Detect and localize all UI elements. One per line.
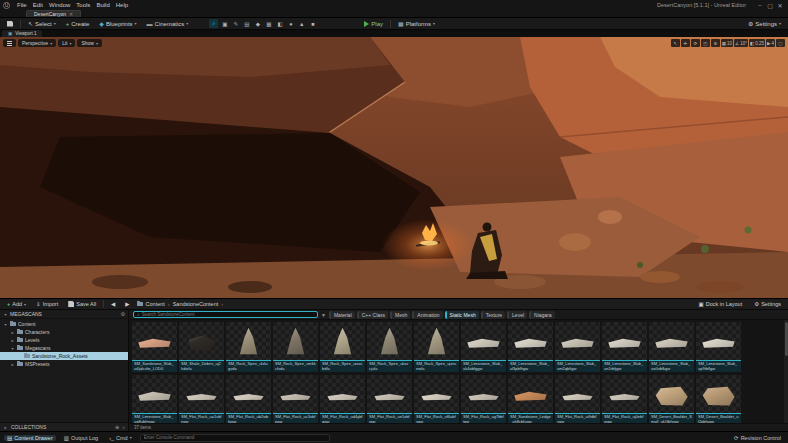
menu-tools[interactable]: Tools	[73, 2, 93, 8]
grid-scrollbar[interactable]	[784, 320, 788, 423]
asset-tile[interactable]: SM_Sandstone_Slab_ui0jdcvfw_LOD0	[132, 322, 177, 372]
menu-help[interactable]: Help	[113, 2, 131, 8]
maximize-viewport-icon[interactable]: ▢	[776, 39, 785, 47]
revision-control-button[interactable]: ⟳ Revision Control	[731, 435, 784, 441]
console-input-box[interactable]	[140, 434, 330, 442]
world-space-icon[interactable]: ⊕	[711, 39, 720, 47]
platforms-dropdown[interactable]: ▦ Platforms ▾	[395, 19, 438, 28]
viewport-options-menu[interactable]	[3, 39, 16, 47]
menu-file[interactable]: File	[14, 2, 30, 8]
show-dropdown[interactable]: Show ▾	[77, 39, 102, 47]
toolbar-tool-icon-4[interactable]: ◆	[253, 19, 262, 28]
content-browser-settings-button[interactable]: ⚙ Settings	[751, 301, 784, 307]
rotation-snap-icon[interactable]: ∠10°	[734, 39, 748, 47]
blueprints-dropdown[interactable]: ◆ Blueprints ▾	[96, 19, 139, 28]
tree-item-megascans[interactable]: ▾Megascans	[0, 344, 128, 352]
tree-item-levels[interactable]: ▸Levels	[0, 336, 128, 344]
level-tab[interactable]: DesertCanyon ✕	[26, 10, 81, 17]
close-button[interactable]: ✕	[775, 2, 785, 9]
filter-chip-animation[interactable]: Animation	[412, 311, 442, 319]
tree-item-sandstone_rock_assets[interactable]: Sandstone_Rock_Assets	[0, 352, 128, 360]
select-tool-icon[interactable]: ↖	[671, 39, 680, 47]
asset-tile[interactable]: SM_Rock_Spire_uixocbdfa	[320, 322, 365, 372]
toolbar-tool-icon-9[interactable]: ■	[308, 19, 317, 28]
create-button[interactable]: + Create	[63, 20, 93, 28]
dock-in-layout-button[interactable]: ▣ Dock in Layout	[696, 301, 746, 307]
close-icon[interactable]: ✕	[69, 11, 73, 17]
forward-button[interactable]: ▶	[122, 301, 132, 307]
asset-tile[interactable]: SM_Desert_Boulder_ul2gbfygw	[696, 375, 741, 423]
move-tool-icon[interactable]: ✛	[681, 39, 690, 47]
toolbar-tool-icon-7[interactable]: ●	[286, 19, 295, 28]
asset-tile[interactable]: SM_Limestone_Slab_un1rbfjgw	[602, 322, 647, 372]
asset-tile[interactable]: SM_Flat_Rock_ud4ybfqgw	[320, 375, 365, 423]
filter-chip-texture[interactable]: Texture	[481, 311, 505, 319]
asset-tile[interactable]: SM_Flat_Rock_ue5zbfrgw	[367, 375, 412, 423]
grid-snap-icon[interactable]: ▦10	[721, 39, 733, 47]
filter-chip-c-class[interactable]: C++ Class	[357, 311, 388, 319]
search-input[interactable]	[142, 312, 314, 317]
menu-edit[interactable]: Edit	[30, 2, 46, 8]
view-mode-dropdown[interactable]: Lit ▾	[58, 39, 75, 47]
asset-tile[interactable]: SM_Rock_Spire_umkkcfvda	[273, 322, 318, 372]
filter-funnel-icon[interactable]: ▼	[321, 312, 326, 318]
asset-search-box[interactable]: ⌕	[133, 311, 318, 318]
content-drawer-button[interactable]: ▤ Content Drawer	[4, 435, 56, 441]
maximize-button[interactable]: ▢	[765, 2, 775, 9]
asset-tile[interactable]: SM_Sandstone_Ledge_uh8cbfugw	[508, 375, 553, 423]
toolbar-tool-icon-3[interactable]: ▤	[242, 19, 251, 28]
settings-dropdown[interactable]: ⚙ Settings ▾	[745, 19, 784, 28]
level-viewport[interactable]: Perspective ▾ Lit ▾ Show ▾ ↖✛⟳◰⊕▦10∠10°◧…	[0, 37, 788, 298]
toolbar-tool-icon-8[interactable]: ▲	[297, 19, 306, 28]
asset-tile[interactable]: SM_Limestone_Slab_up9tbflgw	[696, 322, 741, 372]
asset-tile[interactable]: SM_Rock_Spire_ulxkcgvda	[226, 322, 271, 372]
scale-snap-icon[interactable]: ◧0.25	[749, 39, 765, 47]
asset-tile[interactable]: SM_Limestone_Slab_um2qbfigw	[555, 322, 600, 372]
add-button[interactable]: + Add ▾	[4, 301, 29, 307]
console-input[interactable]	[144, 435, 326, 440]
asset-tile[interactable]: SM_Flat_Rock_uf6abfsgw	[414, 375, 459, 423]
breadcrumb-folder[interactable]: SandstoneContent	[173, 301, 219, 307]
cmd-dropdown[interactable]: ›_ Cmd ▾	[106, 435, 135, 441]
cinematics-dropdown[interactable]: ▬ Cinematics ▾	[144, 20, 192, 28]
asset-tile[interactable]: SM_Limestone_Slab_uo0sbfkgw	[649, 322, 694, 372]
asset-tile[interactable]: SM_Flat_Rock_ub2wbfogw	[226, 375, 271, 423]
asset-tile[interactable]: SM_Rock_Spire_ujxncewfa	[414, 322, 459, 372]
filter-chip-mesh[interactable]: Mesh	[390, 311, 410, 319]
asset-tile[interactable]: SM_Flat_Rock_uc3xbfpgw	[273, 375, 318, 423]
menu-build[interactable]: Build	[93, 2, 112, 8]
collections-bar[interactable]: ▸ COLLECTIONS ⊕ ⌕	[0, 422, 128, 431]
menu-window[interactable]: Window	[46, 2, 73, 8]
asset-tile[interactable]: SM_Flat_Rock_ua1vbfngw	[179, 375, 224, 423]
asset-tile[interactable]: SM_Limestone_Slab_uk4obfggw	[461, 322, 506, 372]
tab-viewport-1[interactable]: ▣ Viewport 1	[2, 30, 42, 37]
minimize-button[interactable]: –	[755, 2, 765, 9]
add-collection-icon[interactable]: ⊕	[115, 424, 119, 431]
selection-mode-dropdown[interactable]: ↖ Select ▾	[25, 19, 59, 28]
filter-chip-static-mesh[interactable]: Static Mesh	[445, 311, 479, 319]
save-button[interactable]	[4, 20, 16, 28]
toolbar-tool-icon-6[interactable]: ◧	[275, 19, 284, 28]
scrollbar-thumb[interactable]	[785, 322, 788, 356]
toolbar-tool-icon-5[interactable]: ▦	[264, 19, 273, 28]
tree-item-content[interactable]: ▾Content	[0, 320, 128, 328]
asset-tile[interactable]: SM_Limestone_Slab_ul3pbfhgw	[508, 322, 553, 372]
save-all-button[interactable]: Save All	[65, 301, 99, 307]
output-log-button[interactable]: ▥ Output Log	[61, 435, 101, 441]
asset-tile[interactable]: SM_Desert_Boulder_Small_uk1fbfxgw	[649, 375, 694, 423]
tree-item-characters[interactable]: ▸Characters	[0, 328, 128, 336]
asset-tile[interactable]: SM_Flat_Rock_ug7bbftgw	[461, 375, 506, 423]
tree-item-mspresets[interactable]: ▸MSPresets	[0, 360, 128, 368]
toolbar-tool-icon-0[interactable]: ⌕	[209, 19, 218, 28]
toolbar-tool-icon-2[interactable]: ✎	[231, 19, 240, 28]
filter-chip-material[interactable]: Material	[329, 311, 355, 319]
asset-tile[interactable]: SM_Flat_Rock_uj0ebfwgw	[602, 375, 647, 423]
back-button[interactable]: ◀	[108, 301, 118, 307]
gear-icon[interactable]: ⚙	[121, 311, 125, 317]
perspective-dropdown[interactable]: Perspective ▾	[18, 39, 56, 47]
import-button[interactable]: ⇓ Import	[33, 301, 61, 307]
camera-speed-icon[interactable]: ▶4	[766, 39, 775, 47]
asset-tile[interactable]: SM_Shale_Debris_uj2hdixfa	[179, 322, 224, 372]
scale-tool-icon[interactable]: ◰	[701, 39, 710, 47]
breadcrumb-content[interactable]: Content	[146, 301, 165, 307]
